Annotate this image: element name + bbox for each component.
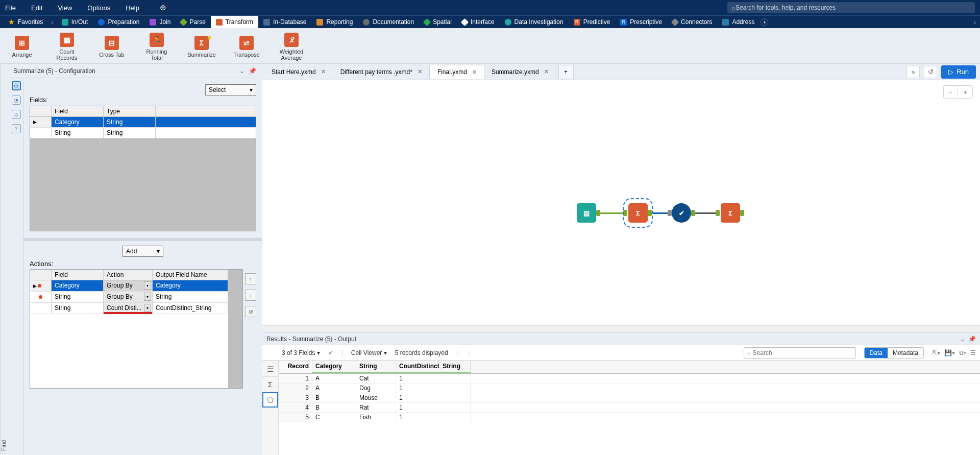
horizontal-scrollbar[interactable] — [262, 325, 980, 332]
export-icon[interactable]: ⇱▾ — [932, 349, 940, 356]
connector-in[interactable] — [623, 210, 627, 216]
col-countdistinct[interactable]: CountDistinct_String — [396, 361, 471, 373]
node-select[interactable]: ✔ — [672, 203, 691, 223]
tab-start-here[interactable]: Start Here.yxmd✕ — [264, 65, 333, 79]
field-count[interactable]: 3 of 3 Fields ▾ — [282, 349, 320, 356]
messages-tab[interactable]: ☰ — [262, 362, 278, 377]
zoom-out-button[interactable]: − — [944, 86, 958, 98]
connector-in[interactable] — [716, 210, 720, 216]
cat-prescriptive[interactable]: RPrescriptive — [615, 16, 667, 28]
cat-documentation[interactable]: Documentation — [358, 16, 419, 28]
node-summarize-selected[interactable]: Σ — [628, 203, 648, 223]
cat-inout[interactable]: In/Out — [57, 16, 93, 28]
cat-add-icon[interactable]: + — [761, 18, 768, 26]
menu-options[interactable]: Options — [87, 4, 110, 12]
pin-icon[interactable]: 📌 — [968, 336, 976, 343]
check-icon[interactable]: ✔ — [328, 349, 333, 356]
menu-help[interactable]: Help — [126, 4, 139, 12]
tool-arrange[interactable]: ⊞Arrange — [6, 36, 38, 58]
connector-in[interactable] — [668, 210, 672, 216]
global-search[interactable]: ⌕ — [727, 2, 975, 13]
tool-cross-tab[interactable]: ⊟Cross Tab — [96, 36, 128, 58]
data-view-button[interactable]: Data — [865, 348, 888, 358]
col-field[interactable]: Field — [52, 106, 104, 116]
cat-datainv[interactable]: Data Investigation — [500, 16, 569, 28]
next-icon[interactable]: ↓ — [468, 349, 471, 356]
close-icon[interactable]: ✕ — [321, 68, 326, 75]
config-tab-annotation[interactable]: ◔ — [12, 95, 21, 105]
dropdown-icon[interactable]: ▾ — [144, 281, 151, 290]
connection[interactable] — [695, 212, 716, 214]
cat-reporting[interactable]: Reporting — [311, 16, 358, 28]
cat-spatial[interactable]: Spatial — [419, 16, 457, 28]
results-search[interactable]: ⌕ — [744, 347, 856, 358]
cat-address[interactable]: Address — [717, 16, 760, 28]
pin-icon[interactable]: 📌 — [247, 67, 258, 75]
action-row[interactable]: String Group By▾ String — [30, 292, 228, 303]
history-icon[interactable]: ↺ — [924, 66, 937, 78]
field-row[interactable]: String String — [30, 128, 256, 138]
col-category[interactable]: Category — [312, 361, 356, 373]
globe-icon[interactable]: ⊕ — [160, 3, 166, 12]
cat-favorites[interactable]: ★Favorites — [3, 16, 48, 28]
tab-final[interactable]: Final.yxmd✕ — [430, 65, 484, 79]
close-icon[interactable]: ✕ — [418, 68, 422, 75]
menu-icon[interactable]: ☰ — [970, 349, 976, 356]
chevron-down-icon[interactable]: ⌄ — [237, 67, 247, 75]
table-row[interactable]: 3BMouse1 — [279, 393, 980, 403]
fields-grid[interactable]: Field Type ▶ Category String String Stri… — [30, 106, 256, 231]
node-summarize[interactable]: Σ — [721, 203, 740, 223]
connector-out[interactable] — [648, 210, 652, 216]
table-row[interactable]: 5CFish1 — [279, 413, 980, 422]
col-action[interactable]: Action — [104, 270, 153, 280]
cat-preparation[interactable]: Preparation — [93, 16, 144, 28]
cat-transform[interactable]: Transform — [211, 16, 258, 28]
cat-parse[interactable]: Parse — [176, 16, 210, 28]
cat-interface[interactable]: Interface — [457, 16, 500, 28]
tool-running-total[interactable]: 🏃Running Total — [141, 33, 173, 61]
connector-out[interactable] — [596, 210, 600, 216]
menu-view[interactable]: View — [58, 4, 72, 12]
delete-button[interactable]: ⊘ — [245, 306, 256, 317]
zoom-in-button[interactable]: + — [958, 86, 972, 98]
table-row[interactable]: 1ACat1 — [279, 374, 980, 384]
action-row[interactable]: ▶ Category Group By▾ Category — [30, 280, 228, 292]
close-icon[interactable]: ✕ — [544, 68, 549, 75]
results-search-input[interactable] — [753, 349, 852, 356]
add-dropdown[interactable]: Add▾ — [122, 246, 163, 257]
connector-out[interactable] — [691, 210, 695, 216]
cat-next-icon[interactable]: › — [970, 18, 980, 26]
col-string[interactable]: String — [356, 361, 396, 373]
cat-predictive[interactable]: RPredictive — [569, 16, 616, 28]
splitter[interactable] — [23, 238, 262, 241]
node-text-input[interactable]: ▤ — [577, 203, 596, 223]
connection[interactable] — [600, 212, 623, 214]
global-search-input[interactable] — [736, 4, 971, 11]
tool-transpose[interactable]: ⇄Transpose — [231, 36, 262, 58]
col-output[interactable]: Output Field Name — [153, 270, 228, 280]
workflow-canvas[interactable]: − + ▤ Σ ✔ Σ — [262, 80, 980, 332]
cat-join[interactable]: Join — [144, 16, 176, 28]
actions-grid[interactable]: Field Action Output Field Name ▶ Categor… — [30, 269, 243, 389]
connection[interactable] — [652, 212, 669, 214]
tool-count-records[interactable]: ▦Count Records — [51, 33, 83, 61]
config-tab-settings[interactable]: ⚙ — [12, 81, 21, 90]
field-row[interactable]: ▶ Category String — [30, 117, 256, 128]
select-dropdown[interactable]: Select▾ — [205, 84, 256, 95]
action-row[interactable]: String Count Disti...▾ CountDistinct_Str… — [30, 303, 228, 314]
overflow-icon[interactable]: » — [906, 66, 920, 78]
col-field[interactable]: Field — [52, 270, 104, 280]
tab-summarize[interactable]: Summarize.yxmd✕ — [484, 65, 556, 79]
col-type[interactable]: Type — [104, 106, 156, 116]
find-tab[interactable]: Find — [0, 64, 9, 455]
tool-summarize[interactable]: ★ΣSummarize — [186, 36, 217, 58]
browse-tab[interactable]: ⬠ — [262, 392, 278, 408]
chevron-down-icon[interactable]: ⌄ — [960, 336, 965, 343]
cat-indatabase[interactable]: In-Database — [258, 16, 311, 28]
prev-icon[interactable]: ↑ — [456, 349, 459, 356]
results-table[interactable]: Record Category String CountDistinct_Str… — [279, 361, 980, 455]
connector-out[interactable] — [740, 210, 744, 216]
dropdown-icon[interactable]: ▾ — [144, 293, 151, 301]
run-button[interactable]: ▷Run — [941, 65, 976, 79]
cat-prev-icon[interactable]: ‹ — [48, 18, 56, 26]
